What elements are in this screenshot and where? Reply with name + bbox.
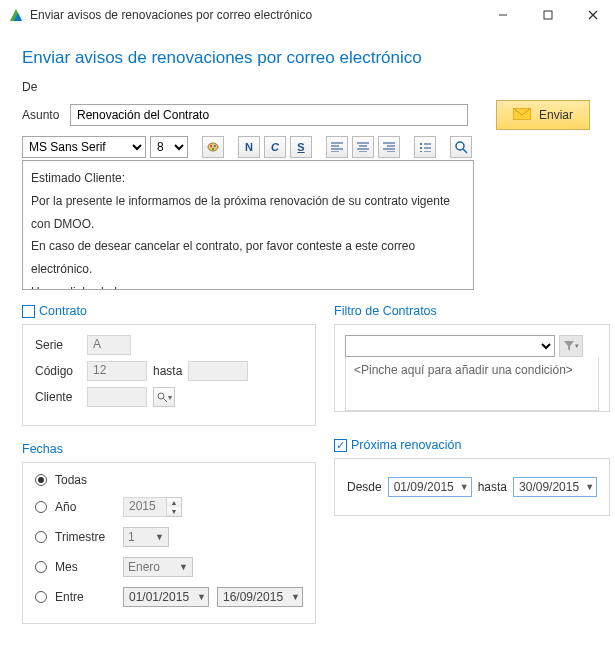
body-line: Estimado Cliente: [31,167,465,190]
minimize-button[interactable] [480,0,525,29]
svg-point-27 [456,142,464,150]
radio-trimestre-label: Trimestre [55,530,115,544]
page-title: Enviar avisos de renovaciones por correo… [22,48,595,68]
radio-mes[interactable] [35,561,47,573]
align-left-button[interactable] [326,136,348,158]
proxima-checkbox[interactable] [334,439,347,452]
hasta-date[interactable]: 30/09/2015▼ [513,477,597,497]
serie-input[interactable]: A [87,335,131,355]
app-icon [8,7,24,23]
body-line: Un cordial saludo, [31,281,465,290]
ano-input[interactable]: 2015 [123,497,167,517]
window-title: Enviar avisos de renovaciones por correo… [30,8,480,22]
svg-point-6 [210,145,212,147]
radio-entre[interactable] [35,591,47,603]
codigo-to-input[interactable] [188,361,248,381]
funnel-icon[interactable]: ▾ [559,335,583,357]
fechas-group: Todas Año 2015 ▲▼ Trimestre 1▼ [22,462,316,624]
align-center-button[interactable] [352,136,374,158]
serie-label: Serie [35,338,81,352]
send-button-label: Enviar [539,108,573,122]
from-label: De [22,80,70,94]
filter-condition-area[interactable]: <Pinche aquí para añadir una condición> [345,357,599,411]
proxima-hasta-label: hasta [478,480,507,494]
titlebar: Enviar avisos de renovaciones por correo… [0,0,615,30]
svg-line-28 [463,149,467,153]
search-icon[interactable] [450,136,472,158]
desde-date[interactable]: 01/09/2015▼ [388,477,472,497]
window-controls [480,0,615,29]
subject-label: Asunto [22,108,70,122]
contrato-checkbox[interactable] [22,305,35,318]
codigo-hasta-label: hasta [153,364,182,378]
svg-point-7 [214,145,216,147]
svg-rect-1 [544,11,552,19]
svg-point-8 [212,148,214,150]
radio-ano-label: Año [55,500,115,514]
svg-point-23 [420,147,422,149]
underline-button[interactable]: S [290,136,312,158]
fechas-title: Fechas [22,442,316,456]
filtro-title: Filtro de Contratos [334,304,610,318]
cliente-lookup-button[interactable]: ▾ [153,387,175,407]
svg-point-25 [420,151,422,152]
filtro-group: ▾ <Pinche aquí para añadir una condición… [334,324,610,412]
italic-button[interactable]: C [264,136,286,158]
radio-todas-label: Todas [55,473,115,487]
subject-input[interactable] [70,104,468,126]
list-button[interactable] [414,136,436,158]
entre-from-date[interactable]: 01/01/2015▼ [123,587,209,607]
maximize-button[interactable] [525,0,570,29]
proxima-group: Desde 01/09/2015▼ hasta 30/09/2015▼ [334,458,610,516]
send-button[interactable]: Enviar [496,100,590,130]
font-select[interactable]: MS Sans Serif [22,136,146,158]
bold-button[interactable]: N [238,136,260,158]
mes-select[interactable]: Enero▼ [123,557,193,577]
entre-to-date[interactable]: 16/09/2015▼ [217,587,303,607]
svg-point-29 [158,393,164,399]
ano-spinner[interactable]: ▲▼ [167,497,182,517]
codigo-from-input[interactable]: 12 [87,361,147,381]
cliente-label: Cliente [35,390,81,404]
radio-mes-label: Mes [55,560,115,574]
body-line: Por la presente le informamos de la próx… [31,190,465,236]
desde-label: Desde [347,480,382,494]
radio-trimestre[interactable] [35,531,47,543]
proxima-title: Próxima renovación [334,438,610,452]
envelope-icon [513,108,531,123]
radio-todas[interactable] [35,474,47,486]
svg-line-30 [163,398,167,402]
filter-combo[interactable] [345,335,555,357]
close-button[interactable] [570,0,615,29]
message-body[interactable]: Estimado Cliente: Por la presente le inf… [22,160,474,290]
body-line: En caso de desear cancelar el contrato, … [31,235,465,281]
editor-toolbar: MS Sans Serif 8 N C S [22,136,595,158]
contrato-title: Contrato [22,304,316,318]
contrato-group: Serie A Código 12 hasta Cliente ▾ [22,324,316,426]
radio-ano[interactable] [35,501,47,513]
svg-point-21 [420,143,422,145]
trimestre-select[interactable]: 1▼ [123,527,169,547]
cliente-input[interactable] [87,387,147,407]
align-right-button[interactable] [378,136,400,158]
codigo-label: Código [35,364,81,378]
radio-entre-label: Entre [55,590,115,604]
svg-marker-31 [564,341,574,351]
font-size-select[interactable]: 8 [150,136,188,158]
font-color-button[interactable] [202,136,224,158]
